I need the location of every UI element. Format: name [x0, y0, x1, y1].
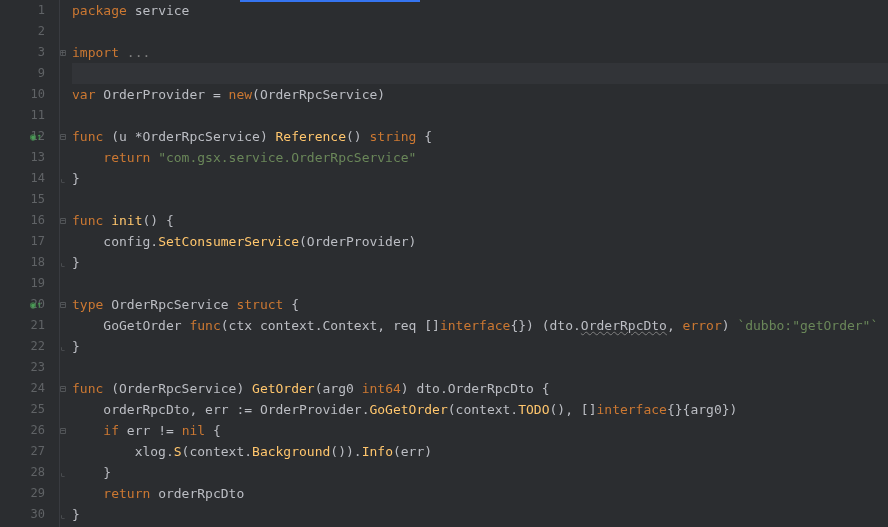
line-number[interactable]: 22 — [0, 336, 59, 357]
token-op: (context. — [448, 399, 518, 420]
line-number[interactable]: 12◉↑ — [0, 126, 59, 147]
token-k: type — [72, 294, 111, 315]
token-fn: SetConsumerService — [158, 231, 299, 252]
line-number[interactable]: 24 — [0, 378, 59, 399]
line-number[interactable]: 11 — [0, 105, 59, 126]
token-id: OrderRpcService — [142, 126, 259, 147]
token-op: . — [315, 315, 323, 336]
gutter-marker-icon[interactable]: ◉↑ — [30, 126, 42, 147]
code-line[interactable]: if err != nil { — [72, 420, 888, 441]
code-line[interactable] — [72, 63, 888, 84]
token-id: err — [205, 399, 228, 420]
code-line[interactable]: config.SetConsumerService(OrderProvider) — [72, 231, 888, 252]
line-number[interactable]: 25 — [0, 399, 59, 420]
code-line[interactable]: type OrderRpcService struct { — [72, 294, 888, 315]
token-op: } — [103, 462, 111, 483]
token-k: func — [72, 378, 111, 399]
token-dim: ... — [127, 42, 150, 63]
token-op: ( — [252, 84, 260, 105]
token-k: new — [229, 84, 252, 105]
token-op: } — [72, 504, 80, 525]
line-number[interactable]: 27 — [0, 441, 59, 462]
token-op: {}{arg0}) — [667, 399, 737, 420]
code-line[interactable]: var OrderProvider = new(OrderRpcService) — [72, 84, 888, 105]
code-line[interactable] — [72, 21, 888, 42]
token-op: { — [205, 420, 221, 441]
code-line[interactable] — [72, 273, 888, 294]
token-id: OrderRpcService — [111, 294, 236, 315]
line-number[interactable]: 2 — [0, 21, 59, 42]
code-line[interactable]: } — [72, 504, 888, 525]
token-op: (ctx — [221, 315, 260, 336]
code-line[interactable]: } — [72, 168, 888, 189]
code-content[interactable]: package serviceimport ...var OrderProvid… — [66, 0, 888, 527]
token-op: () { — [142, 210, 173, 231]
code-line[interactable]: xlog.S(context.Background()).Info(err) — [72, 441, 888, 462]
gutter-marker-icon[interactable]: ◉↑ — [30, 294, 42, 315]
code-line[interactable] — [72, 105, 888, 126]
code-line[interactable]: func init() { — [72, 210, 888, 231]
line-number[interactable]: 16 — [0, 210, 59, 231]
line-number[interactable]: 29 — [0, 483, 59, 504]
line-number[interactable]: 21 — [0, 315, 59, 336]
code-line[interactable]: } — [72, 336, 888, 357]
line-number[interactable]: 17 — [0, 231, 59, 252]
code-line[interactable]: } — [72, 462, 888, 483]
code-line[interactable]: GoGetOrder func(ctx context.Context, req… — [72, 315, 888, 336]
code-editor[interactable]: 1239101112◉↑1314151617181920◉↑2122232425… — [0, 0, 888, 527]
token-op: () — [346, 126, 369, 147]
line-number[interactable]: 15 — [0, 189, 59, 210]
token-op: } — [72, 252, 80, 273]
line-number[interactable]: 26 — [0, 420, 59, 441]
code-line[interactable]: } — [72, 252, 888, 273]
code-line[interactable]: return orderRpcDto — [72, 483, 888, 504]
token-fn: GoGetOrder — [369, 399, 447, 420]
token-k: interface — [596, 399, 666, 420]
token-k: func — [189, 315, 220, 336]
line-number[interactable]: 20◉↑ — [0, 294, 59, 315]
token-id: orderRpcDto — [72, 399, 189, 420]
line-number[interactable]: 9 — [0, 63, 59, 84]
line-number[interactable]: 18 — [0, 252, 59, 273]
token-k: if — [103, 420, 126, 441]
token-id: OrderProvider = — [103, 84, 228, 105]
token-k: struct — [236, 294, 283, 315]
code-line[interactable]: package service — [72, 0, 888, 21]
line-number[interactable]: 1 — [0, 0, 59, 21]
token-op: ) — [260, 126, 276, 147]
line-number[interactable]: 10 — [0, 84, 59, 105]
code-line[interactable] — [72, 357, 888, 378]
token-id: context — [260, 315, 315, 336]
code-line[interactable]: func (OrderRpcService) GetOrder(arg0 int… — [72, 378, 888, 399]
line-number[interactable]: 3 — [0, 42, 59, 63]
token-op: . — [573, 315, 581, 336]
code-line[interactable]: orderRpcDto, err := OrderProvider.GoGetO… — [72, 399, 888, 420]
code-line[interactable]: return "com.gsx.service.OrderRpcService" — [72, 147, 888, 168]
token-id: xlog. — [72, 441, 174, 462]
token-op: ) — [377, 84, 385, 105]
token-op: (context. — [182, 441, 252, 462]
line-number[interactable]: 13 — [0, 147, 59, 168]
token-op: } — [72, 336, 80, 357]
line-number[interactable]: 14 — [0, 168, 59, 189]
token-id: err — [127, 420, 150, 441]
token-fn: TODO — [518, 399, 549, 420]
token-op: ) dto.OrderRpcDto { — [401, 378, 550, 399]
token-s: `dubbo:"getOrder"` — [737, 315, 878, 336]
code-line[interactable]: func (u *OrderRpcService) Reference() st… — [72, 126, 888, 147]
token-op: (OrderRpcService) — [111, 378, 252, 399]
token-op: (OrderProvider) — [299, 231, 416, 252]
token-op: (), [] — [550, 399, 597, 420]
token-op: != — [150, 420, 181, 441]
token-op: { — [416, 126, 432, 147]
line-number[interactable]: 19 — [0, 273, 59, 294]
line-number[interactable]: 30 — [0, 504, 59, 525]
token-k: int64 — [362, 378, 401, 399]
line-number-gutter[interactable]: 1239101112◉↑1314151617181920◉↑2122232425… — [0, 0, 60, 527]
token-op: , — [667, 315, 683, 336]
code-line[interactable] — [72, 189, 888, 210]
code-line[interactable]: import ... — [72, 42, 888, 63]
token-id: service — [135, 0, 190, 21]
line-number[interactable]: 28 — [0, 462, 59, 483]
line-number[interactable]: 23 — [0, 357, 59, 378]
